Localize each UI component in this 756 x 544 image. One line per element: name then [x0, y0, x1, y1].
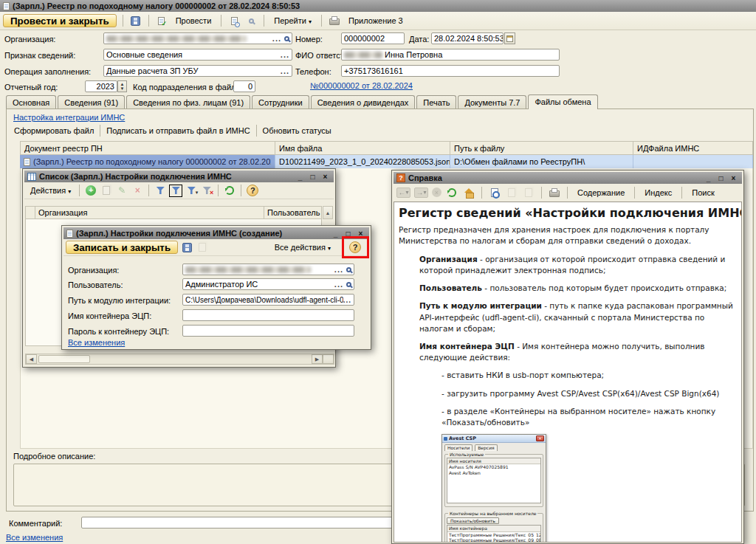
copy-icon[interactable] [196, 241, 209, 254]
subordination-structure-icon[interactable] [227, 15, 241, 27]
make-file-button[interactable]: Сформировать файл [10, 125, 97, 136]
help-titlebar[interactable]: ? Справка _ □ × [394, 172, 742, 184]
actions-menu-button[interactable]: Действия ▾ [27, 185, 75, 196]
choose-button[interactable]: ... [334, 280, 343, 289]
fio-field[interactable]: Инна Петровна [341, 49, 560, 61]
imns-integration-link[interactable]: Настройка интеграции ИМНС [13, 113, 125, 122]
date-field[interactable]: 28.02.2024 8:50:53 [431, 32, 504, 44]
year-field[interactable]: 2023 [85, 80, 117, 92]
minimize-button[interactable]: _ [330, 229, 341, 238]
next-topic-icon[interactable] [522, 186, 535, 199]
minimize-button[interactable]: _ [295, 172, 306, 182]
help-icon[interactable]: ? [246, 185, 259, 197]
back-icon[interactable]: ←▾ [396, 187, 410, 198]
container-name-field[interactable] [182, 309, 354, 321]
refresh-status-button[interactable]: Обновить статусы [259, 125, 335, 136]
tab-osnovnaya[interactable]: Основная [6, 95, 56, 109]
tab-dokumenty77[interactable]: Документы 7.7 [458, 95, 526, 109]
filter-history-icon[interactable]: ▾ [185, 185, 198, 197]
clear-filter-icon[interactable]: × [200, 185, 213, 197]
table-row[interactable]: (Зарпл.) Реестр по подоходному налогу 00… [20, 155, 753, 168]
choose-button[interactable]: ... [272, 34, 281, 43]
tab-svedeniya-fiz[interactable]: Сведения по физ. лицам (91) [126, 95, 250, 109]
user-field[interactable]: Администратор ИС ... [182, 278, 354, 290]
path-cell[interactable]: D:\Обмен файлами по РееструПН\ [450, 155, 633, 168]
contents-button[interactable]: Содержание [574, 187, 628, 198]
stop-icon[interactable]: × [432, 187, 441, 197]
horizontal-scrollbar[interactable]: ◀ ▶ [25, 354, 334, 365]
col-fileid-header[interactable]: ИДФайла ИМНС [633, 141, 753, 155]
scroll-left-button[interactable]: ◀ [26, 354, 37, 364]
choose-button[interactable]: ... [334, 265, 343, 274]
open-button[interactable] [284, 36, 289, 41]
delete-icon[interactable]: × [131, 185, 144, 197]
registry-link[interactable]: №000000002 от 28.02.2024 [310, 81, 413, 90]
dept-code-field[interactable]: 0 [233, 80, 255, 92]
close-button[interactable]: × [320, 172, 331, 182]
save-icon[interactable] [180, 241, 193, 254]
close-button[interactable]: × [728, 173, 739, 183]
org-field[interactable]: ... [103, 32, 292, 44]
maximize-button[interactable]: □ [307, 172, 318, 182]
post-and-close-button[interactable]: Провести и закрыть [3, 14, 117, 27]
tab-fayly-obmena[interactable]: Файлы обмена [528, 94, 597, 109]
all-actions-button[interactable]: Все действия ▾ [271, 242, 334, 252]
scroll-up-button[interactable]: ▲ [323, 206, 333, 219]
col-user-header[interactable]: Пользователь [264, 206, 322, 219]
post-icon[interactable] [155, 15, 168, 27]
integration-path-field[interactable]: C:\Users\Домрачева\Downloads\udfl-agent-… [182, 294, 354, 306]
search-page-icon[interactable] [488, 186, 501, 199]
choose-button[interactable]: ... [281, 50, 289, 59]
scroll-right-button[interactable]: ▶ [312, 354, 323, 364]
add-icon[interactable]: + [84, 185, 97, 197]
tab-dividendy[interactable]: Сведения о дивидендах [311, 95, 416, 109]
number-field[interactable]: 000000002 [341, 32, 405, 44]
tab-pechat[interactable]: Печать [416, 95, 456, 109]
sign-send-button[interactable]: Подписать и отправить файл в ИМНС [103, 125, 253, 136]
info-kind-field[interactable]: Основные сведения ... [103, 49, 292, 61]
create-window-titlebar[interactable]: (Зарпл.) Настройки подключения ИМНС (соз… [63, 227, 369, 239]
open-button[interactable] [346, 282, 351, 287]
open-button[interactable] [346, 267, 351, 272]
save-and-close-button[interactable]: Записать и закрыть [66, 241, 178, 254]
forward-icon[interactable]: →▾ [414, 187, 428, 198]
fileid-cell[interactable] [633, 155, 753, 168]
org-field[interactable]: ... [182, 264, 354, 275]
related-documents-icon[interactable] [244, 15, 258, 27]
scrollbar-thumb[interactable] [38, 355, 90, 363]
filename-cell[interactable]: D100211499_2023_1_0_20240228085053.json [275, 155, 450, 168]
index-button[interactable]: Индекс [641, 187, 676, 198]
list-window-titlebar[interactable]: Список (Зарпл.) Настройки подключения ИМ… [24, 171, 334, 182]
doc-cell[interactable]: (Зарпл.) Реестр по подоходному налогу 00… [20, 155, 275, 168]
filter-by-value-icon[interactable] [169, 185, 182, 197]
phone-field[interactable]: +375173616161 [341, 65, 560, 77]
prev-topic-icon[interactable] [505, 186, 518, 199]
col-path-header[interactable]: Путь к файлу [450, 141, 633, 155]
tab-sotrudniki[interactable]: Сотрудники [252, 95, 309, 109]
calendar-button[interactable] [504, 32, 515, 44]
year-spinner[interactable]: ▲▼ [117, 80, 127, 92]
print-icon[interactable] [548, 186, 561, 199]
copy-icon[interactable] [100, 185, 113, 197]
choose-button[interactable]: ... [281, 66, 289, 75]
refresh-icon[interactable] [445, 186, 458, 199]
col-doc-header[interactable]: Документ реестр ПН [20, 141, 275, 155]
save-icon[interactable] [129, 15, 142, 27]
refresh-icon[interactable] [223, 185, 236, 197]
home-icon[interactable] [462, 186, 475, 199]
search-button[interactable]: Поиск [688, 187, 718, 198]
set-filter-icon[interactable] [154, 185, 167, 197]
maximize-button[interactable]: □ [715, 173, 726, 183]
choose-button[interactable]: ... [343, 296, 351, 304]
col-org-header[interactable]: Организация [35, 206, 264, 219]
appendix3-button[interactable]: Приложение 3 [345, 16, 407, 26]
fill-op-field[interactable]: Данные расчета ЗП УБУ ... [103, 65, 292, 77]
all-changes-link[interactable]: Все изменения [6, 533, 63, 542]
all-changes-link[interactable]: Все изменения [68, 338, 125, 347]
container-password-field[interactable] [182, 325, 354, 337]
post-button[interactable]: Провести [172, 16, 216, 26]
edit-icon[interactable]: ✎ [115, 185, 128, 197]
go-menu-button[interactable]: Перейти ▾ [270, 16, 315, 26]
tab-svedeniya[interactable]: Сведения (91) [58, 95, 125, 109]
print-icon[interactable] [328, 15, 341, 27]
